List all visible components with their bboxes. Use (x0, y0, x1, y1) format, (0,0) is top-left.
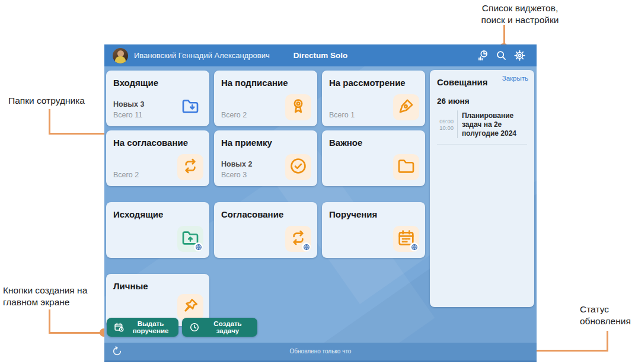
folder-tile-group: Исходящие Согласование Поручения (106, 202, 426, 258)
folder-incoming-icon (177, 94, 203, 120)
meetings-events: 09:0010:00 Планирование задач на 2е полу… (437, 110, 527, 138)
sync-icon (285, 226, 311, 252)
folder-tile-title: На рассмотрение (329, 78, 418, 88)
folder-tile-title: Важное (329, 138, 418, 148)
meeting-time: 09:0010:00 (437, 110, 454, 138)
main-content: Входящие Новых 3 Всего 11 На подписание … (104, 66, 537, 362)
avatar[interactable] (113, 48, 128, 63)
check-circle-icon (285, 154, 311, 180)
app-window: Ивановский Геннадий Александрович Direct… (104, 44, 537, 362)
meetings-date: 26 июня (437, 97, 527, 106)
folder-tile-title: Поручения (329, 209, 418, 219)
folder-tile[interactable]: Согласование (214, 202, 317, 258)
calendar-icon (393, 226, 419, 252)
folder-tile[interactable]: На подписание Всего 2 (214, 71, 317, 126)
callout-line (49, 109, 50, 133)
user-profile[interactable]: Ивановский Геннадий Александрович (113, 48, 270, 63)
folder-tile[interactable]: Исходящие (106, 202, 209, 258)
globe-badge-icon (194, 242, 203, 251)
folder-tile[interactable]: Важное (322, 130, 425, 186)
callout-line (607, 331, 608, 351)
pin-icon (177, 294, 203, 320)
sync-icon (177, 154, 203, 180)
folder-total-count: Всего 2 (113, 171, 139, 179)
settings-icon[interactable] (513, 49, 526, 62)
folder-tile[interactable]: На согласование Всего 2 (106, 130, 209, 186)
folder-total-count: Всего 1 (329, 111, 355, 119)
callout-create-buttons: Кнопки создания на главном экране (3, 285, 111, 308)
meeting-event[interactable]: 09:0010:00 Планирование задач на 2е полу… (437, 110, 527, 138)
app-title: Directum Solo (293, 44, 348, 66)
folder-tile-group: Входящие Новых 3 Всего 11 На подписание … (106, 71, 426, 186)
folder-icon (393, 154, 419, 180)
folder-tile-title: На приемку (221, 138, 310, 148)
event-accent-bar (457, 110, 458, 138)
page: Список виджетов, поиск и настройки Папки… (0, 0, 635, 364)
folder-tile-title: Личные (113, 281, 202, 291)
callout-update-status: Статус обновления (580, 304, 634, 327)
folder-outgoing-icon (177, 226, 203, 252)
globe-badge-icon (302, 242, 311, 251)
callout-widgets-search-settings: Список виджетов, поиск и настройки (452, 2, 588, 25)
folder-tile-title: Входящие (113, 78, 202, 88)
meetings-panel: Закрыть Совещания 26 июня 09:0010:00 Пла… (430, 70, 534, 307)
folder-tile-title: Согласование (221, 209, 310, 219)
callout-line (49, 309, 50, 333)
folder-tile[interactable]: Поручения (322, 202, 425, 258)
folder-total-count: Всего 2 (221, 111, 247, 119)
update-status-text: Обновлено только что (104, 348, 537, 355)
divider (437, 144, 527, 145)
award-icon (285, 94, 311, 120)
search-icon[interactable] (494, 49, 508, 62)
folder-total-count: Всего 11 (113, 111, 142, 119)
user-name: Ивановский Геннадий Александрович (134, 51, 270, 60)
calendar-clock-icon (114, 322, 125, 333)
folder-tile[interactable]: На рассмотрение Всего 1 (322, 71, 425, 126)
meeting-title: Планирование задач на 2е полугодие 2024 (462, 110, 527, 138)
status-bar: Обновлено только что (104, 343, 537, 362)
clock-icon (189, 322, 200, 333)
app-header: Ивановский Геннадий Александрович Direct… (104, 44, 537, 66)
action-button-assignment[interactable]: Выдать поручение (107, 318, 178, 337)
folder-total-count: Всего 3 (221, 171, 247, 179)
widgets-icon[interactable] (476, 49, 489, 62)
folder-new-count: Новых 3 (113, 100, 144, 108)
callout-line (49, 332, 103, 334)
action-button-task[interactable]: Создать задачу (182, 318, 257, 337)
folder-tile-title: На согласование (113, 138, 202, 148)
folder-tile[interactable]: Входящие Новых 3 Всего 11 (106, 71, 209, 126)
folder-tiles: Входящие Новых 3 Всего 11 На подписание … (106, 71, 426, 326)
globe-badge-icon (410, 242, 419, 251)
folder-new-count: Новых 2 (221, 160, 252, 168)
close-panel-button[interactable]: Закрыть (502, 75, 528, 82)
folder-tile-title: Исходящие (113, 209, 202, 219)
callout-line (503, 25, 505, 46)
pen-icon (393, 94, 419, 120)
header-icons (476, 44, 526, 66)
callout-employee-folders: Папки сотрудника (8, 95, 85, 107)
folder-tile[interactable]: На приемку Новых 2 Всего 3 (214, 130, 317, 186)
folder-tile-title: На подписание (221, 78, 310, 88)
